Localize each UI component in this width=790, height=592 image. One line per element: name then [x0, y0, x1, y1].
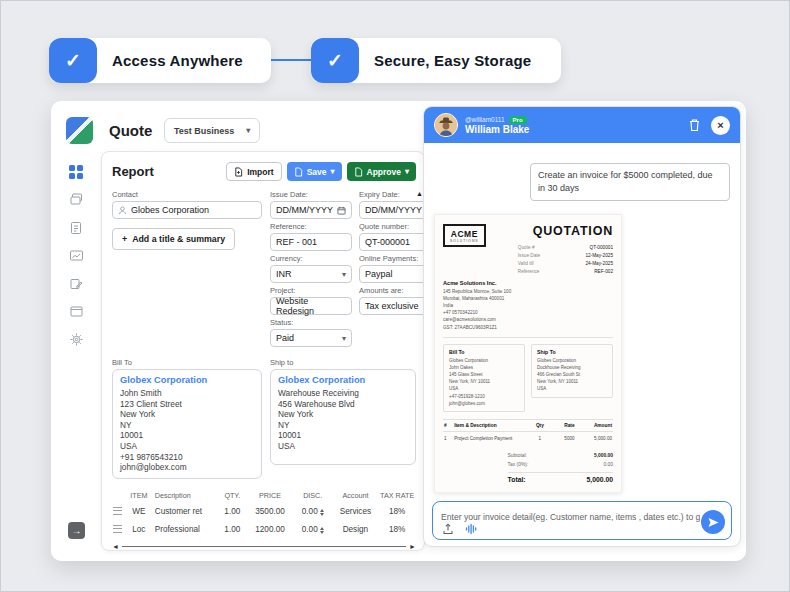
close-button[interactable]: × [711, 116, 730, 135]
cell-account[interactable]: Services [333, 503, 379, 521]
drag-handle-icon[interactable] [113, 525, 122, 533]
collapse-sidebar-button[interactable]: → [68, 522, 85, 539]
save-button[interactable]: Save ▾ [287, 162, 342, 181]
cell-qty[interactable]: 1.00 [217, 503, 247, 521]
bill-to-name-link[interactable]: Globex Corporation [120, 375, 254, 387]
file-icon [354, 167, 363, 177]
bill-to-line: +47-051928-1210 [449, 393, 519, 400]
cell-qty[interactable]: 1.00 [217, 521, 247, 539]
currency-select[interactable]: INR ▾ [270, 265, 352, 283]
trash-icon[interactable] [688, 118, 701, 132]
stepper-icon[interactable] [320, 527, 324, 534]
cell-disc[interactable]: 0.00 [302, 525, 318, 534]
cell-item[interactable]: Loc [124, 521, 154, 539]
cell-account[interactable]: Design [333, 521, 379, 539]
voice-waveform-icon[interactable] [465, 523, 478, 535]
cell-tax-rate[interactable]: 18% [378, 521, 416, 539]
invoice-prompt-input[interactable] [441, 512, 700, 522]
approve-button[interactable]: Approve ▾ [347, 162, 417, 181]
issue-date-input[interactable]: DD/MM/YYYY [270, 201, 352, 219]
add-title-summary-button[interactable]: + Add a title & summary [112, 228, 235, 250]
company-line: Mumbai, Maharashtra 400001 [443, 295, 613, 302]
pv-col-amount: Amount [576, 420, 613, 432]
table-row[interactable]: Loc Professional 1.00 1200.00 0.00 Desig… [112, 521, 416, 539]
status-label: Status: [270, 318, 352, 327]
upload-icon[interactable] [442, 523, 454, 535]
project-input[interactable]: Website Redesign [270, 297, 352, 315]
sidebar-item-settings[interactable] [68, 331, 85, 348]
app-window: Quote Test Business ▾ [51, 101, 746, 561]
acme-logo: ACME SOLUTIONS [443, 224, 486, 247]
scrollbar-track[interactable] [122, 546, 406, 548]
cell-tax-rate[interactable]: 18% [378, 503, 416, 521]
sidebar-item-dashboard[interactable] [68, 163, 85, 180]
issue-date-value: DD/MM/YYYY [276, 205, 333, 215]
sidebar-item-estimates[interactable] [68, 275, 85, 292]
business-selector[interactable]: Test Business ▾ [164, 118, 260, 143]
send-button[interactable] [701, 510, 725, 534]
cell-price[interactable]: 1200.00 [247, 521, 293, 539]
plus-icon: + [122, 234, 127, 244]
import-button[interactable]: Import [226, 162, 281, 181]
user-avatar-icon [435, 114, 457, 136]
assistant-panel: @william0111 Pro William Blake × Create … [423, 106, 741, 547]
pv-col-num: # [443, 420, 453, 432]
check-icon: ✓ [49, 38, 97, 83]
scroll-right-icon[interactable]: ► [409, 543, 416, 550]
grid-icon [68, 164, 84, 180]
pv-cell-num: 1 [443, 432, 453, 446]
quotation-preview[interactable]: ACME SOLUTIONS QUOTATION Quote #QT-00000… [434, 214, 622, 493]
items-table: ITEM Description QTY. PRICE DISC. Accoun… [112, 488, 416, 539]
cell-price[interactable]: 3500.00 [247, 503, 293, 521]
app-logo-icon [66, 117, 93, 144]
drag-handle-icon[interactable] [113, 507, 122, 515]
company-line: 145 Republica Monroe, Suite 100 [443, 288, 613, 295]
sidebar-item-invoices[interactable] [68, 219, 85, 236]
preview-items-table: # Item & Description Qty Rate Amount 1 P… [443, 419, 613, 445]
pv-subtotal-label: Subtotal: [508, 451, 527, 460]
invoice-icon [69, 221, 83, 235]
scroll-left-icon[interactable]: ◄ [112, 543, 119, 550]
badge-connector-line [271, 59, 311, 61]
reference-input[interactable]: REF - 001 [270, 233, 352, 251]
sidebar-item-documents[interactable] [68, 191, 85, 208]
currency-value: INR [276, 269, 292, 279]
col-account: Account [333, 488, 379, 503]
user-message: Create an invoice for $5000 completed, d… [530, 163, 730, 201]
pro-badge: Pro [509, 116, 527, 124]
status-value: Paid [276, 333, 294, 343]
ship-to-line: New York [278, 409, 408, 420]
contact-input[interactable]: Globes Corporation [112, 201, 262, 219]
badge-access-anywhere: ✓ Access Anywhere [49, 38, 271, 83]
ship-to-line: NY [278, 420, 408, 431]
pv-col-rate: Rate [548, 420, 575, 432]
person-icon [118, 206, 127, 215]
table-row[interactable]: WE Customer ret 1.00 3500.00 0.00 Servic… [112, 503, 416, 521]
pv-col-qty: Qty [531, 420, 548, 432]
horizontal-scrollbar[interactable]: ◄ ► [112, 543, 416, 550]
cell-disc[interactable]: 0.00 [302, 507, 318, 516]
amounts-are-select[interactable]: Tax exclusive ▾ [359, 297, 425, 315]
stepper-icon[interactable] [320, 509, 324, 516]
form-heading: Report [112, 164, 154, 179]
ship-to-box[interactable]: Globex Corporation Warehouse Receiving 4… [270, 369, 416, 465]
online-payments-select[interactable]: Paypal ▾ [359, 265, 425, 283]
ship-to-label: Ship To [537, 349, 607, 355]
bill-to-line: 10001 [120, 430, 254, 441]
sidebar-item-reports[interactable] [68, 247, 85, 264]
expiry-date-value: DD/MM/YYYY [365, 205, 422, 215]
ship-to-name-link[interactable]: Globex Corporation [278, 375, 408, 387]
invoice-prompt-box[interactable] [432, 501, 732, 540]
status-select[interactable]: Paid ▾ [270, 329, 352, 347]
scroll-up-icon[interactable]: ▲ [416, 190, 423, 197]
arrow-right-icon: → [72, 525, 82, 536]
quote-number-input[interactable]: QT-000001 [359, 233, 425, 251]
expiry-date-input[interactable]: DD/MM/YYYY [359, 201, 425, 219]
bill-to-line: John Oakes [449, 364, 519, 371]
bill-to-box[interactable]: Globex Corporation John Smith 123 Client… [112, 369, 262, 479]
cell-description[interactable]: Customer ret [154, 503, 218, 521]
cell-item[interactable]: WE [124, 503, 154, 521]
cell-description[interactable]: Professional [154, 521, 218, 539]
sidebar-item-archive[interactable] [68, 303, 85, 320]
chevron-down-icon: ▾ [330, 167, 334, 176]
